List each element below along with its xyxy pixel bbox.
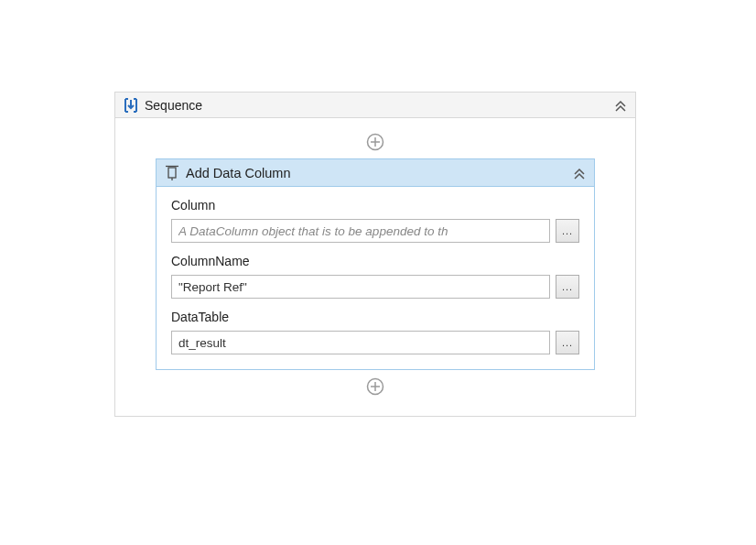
activity-collapse-chevron-icon[interactable] [572, 166, 587, 180]
columnname-input[interactable] [171, 275, 550, 299]
columnname-ellipsis-button[interactable]: ... [556, 275, 579, 299]
sequence-icon [123, 97, 139, 114]
column-field-group: Column ... [171, 198, 579, 243]
plus-row-bottom [132, 372, 619, 401]
add-activity-button-top[interactable] [366, 133, 384, 151]
datatable-field-group: DataTable ... [171, 310, 579, 354]
column-ellipsis-button[interactable]: ... [556, 219, 579, 243]
column-label: Column [171, 198, 579, 213]
svg-rect-1 [168, 168, 176, 178]
add-activity-button-bottom[interactable] [366, 377, 384, 396]
collapse-chevron-icon[interactable] [613, 98, 628, 113]
sequence-header[interactable]: Sequence [115, 93, 635, 118]
columnname-label: ColumnName [171, 254, 579, 268]
columnname-field-group: ColumnName ... [171, 254, 579, 299]
column-field-row: ... [171, 219, 579, 243]
columnname-field-row: ... [171, 275, 579, 299]
sequence-container: Sequence [114, 92, 636, 417]
column-input[interactable] [171, 219, 550, 243]
sequence-body: Add Data Column Column ... [115, 118, 635, 416]
datatable-label: DataTable [171, 310, 579, 324]
datatable-input[interactable] [171, 331, 550, 354]
datatable-ellipsis-button[interactable]: ... [556, 331, 579, 354]
activity-body: Column ... ColumnName ... DataTable [157, 187, 594, 369]
add-data-column-icon [164, 165, 180, 181]
datatable-field-row: ... [171, 331, 579, 354]
activity-header[interactable]: Add Data Column [157, 159, 594, 187]
add-data-column-activity[interactable]: Add Data Column Column ... [156, 158, 595, 370]
activity-title: Add Data Column [186, 166, 572, 180]
plus-row-top [132, 127, 619, 157]
sequence-title: Sequence [145, 98, 613, 113]
